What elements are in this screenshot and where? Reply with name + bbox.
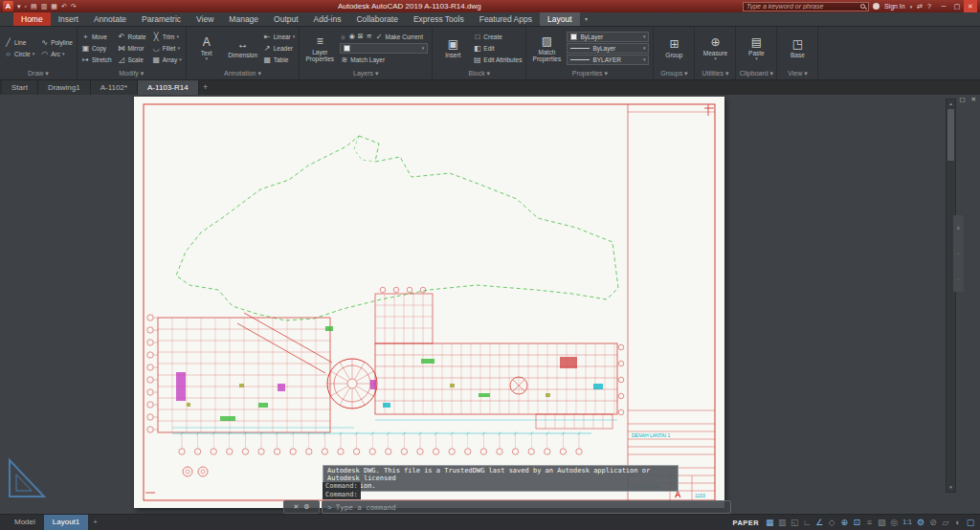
button-mirror[interactable]: ⋈Mirror [118,43,146,54]
button-layer-properties[interactable]: ≡Layer Properties [303,34,336,62]
ribbon-tab-featured-apps[interactable]: Featured Apps [472,12,540,26]
sign-in-button[interactable]: Sign In [884,3,905,10]
button-scale[interactable]: ◿Scale [118,55,146,65]
navbar-menu-icon[interactable]: ≡ [957,225,960,231]
file-tab-drawing1[interactable]: Drawing1 [38,80,91,95]
workspace-icon[interactable]: ⚙ [915,515,926,530]
ribbon-tab-annotate[interactable]: Annotate [86,12,134,26]
ribbon-tab-view[interactable]: View [189,12,221,26]
vertical-scrollbar[interactable]: ▴ ▾ [946,99,956,493]
polar-tracking-icon[interactable]: ∠ [813,515,825,530]
redo-icon[interactable]: ↷ [71,0,77,12]
command-input[interactable] [336,503,725,512]
lock-icon[interactable]: ⊠ [358,33,364,40]
make-current-button[interactable]: ✓Make Current [375,32,423,42]
layout-tab-model[interactable]: Model [6,515,44,530]
button-trim[interactable]: ╳Trim▾ [152,32,182,42]
ribbon-tab-manage[interactable]: Manage [221,12,266,26]
panel-label-layers[interactable]: Layers ▾ [300,69,432,79]
layer-dropdown[interactable]: ▾ [340,43,428,54]
quick-properties-icon[interactable]: ▱ [940,515,951,530]
osnap-tracking-icon[interactable]: ⊕ [838,515,850,530]
button-polyline[interactable]: ∿Polyline [40,37,73,48]
exchange-apps-icon[interactable]: ⇄ [917,3,923,11]
isolate-objects-icon[interactable]: ◐ [952,515,964,530]
help-icon[interactable]: ? [927,3,931,10]
ribbon-tab-home[interactable]: Home [13,12,51,26]
open-icon[interactable]: ▤ [31,0,37,12]
button-insert[interactable]: ▣Insert [436,37,469,58]
annotation-monitor-icon[interactable]: ⊘ [927,515,939,530]
ribbon-tab-collaborate[interactable]: Collaborate [348,12,405,26]
button-array[interactable]: ▦Array▾ [152,55,182,65]
lineweight-icon[interactable]: ≡ [863,515,875,530]
new-layout-button[interactable]: + [88,515,102,530]
scrollbar-thumb[interactable] [947,109,954,161]
doc-close-button[interactable]: ✕ [971,96,976,103]
file-tab-start[interactable]: Start [2,80,38,95]
button-stretch[interactable]: ↦Stretch [81,55,112,65]
scroll-down-icon[interactable]: ▾ [947,483,955,492]
selection-cycling-icon[interactable]: ◎ [888,515,900,530]
infer-constraints-icon[interactable]: ◱ [789,515,800,530]
bulb-icon[interactable]: ◉ [349,33,355,40]
menu-icon[interactable]: ▾ [17,0,21,12]
button-edit-attributes[interactable]: ▤Edit Attributes [473,55,522,65]
annotation-scale-label[interactable]: 1:1 [901,515,914,530]
button-match-properties[interactable]: ▨Match Properties [530,34,563,62]
match-icon[interactable]: ≋ [367,33,372,40]
ribbon-tab-insert[interactable]: Insert [51,12,86,26]
search-input[interactable] [746,3,858,10]
button-measure[interactable]: ⊕Measure▾ [699,35,731,61]
button-copy[interactable]: ▣Copy [81,43,112,54]
properties-dropdown-2[interactable]: BYLAYER▾ [567,55,649,65]
ribbon-tab-layout[interactable]: Layout [540,12,580,26]
button-move[interactable]: +Move [81,32,112,42]
panel-label-properties[interactable]: Properties ▾ [526,69,653,79]
button-edit[interactable]: ◧Edit [473,43,522,54]
match-layer-button[interactable]: ≋Match Layer [340,55,428,65]
panel-label-draw[interactable]: Draw ▾ [0,69,77,79]
button-table[interactable]: ▦Table [263,55,296,65]
panel-label-modify[interactable]: Modify ▾ [78,69,186,79]
button-group[interactable]: ⊞Group [657,37,690,58]
button-line[interactable]: ╱Line [4,37,34,48]
close-button[interactable]: ✕ [964,0,977,12]
ribbon-tab-parametric[interactable]: Parametric [134,12,189,26]
autocad-logo-icon[interactable]: A [3,1,13,11]
panel-label-view[interactable]: View ▾ [777,69,817,79]
customize-command-icon[interactable]: ⚙ [303,503,309,511]
ribbon-tab-output[interactable]: Output [266,12,306,26]
scroll-up-icon[interactable]: ▴ [947,99,955,108]
transparency-icon[interactable]: ▨ [876,515,887,530]
minimize-button[interactable]: ─ [937,0,950,12]
ribbon-tab-express-tools[interactable]: Express Tools [406,12,472,26]
snap-mode-icon[interactable]: ▥ [776,515,788,530]
button-create[interactable]: □Create [473,32,522,42]
properties-dropdown-1[interactable]: ByLayer▾ [567,43,649,54]
search-icon[interactable] [860,4,865,9]
panel-label-utilities[interactable]: Utilities ▾ [695,69,735,79]
grid-display-icon[interactable]: ▦ [764,515,775,530]
button-leader[interactable]: ↗Leader [263,43,296,54]
button-linear[interactable]: ⇤Linear▾ [263,32,296,42]
ortho-mode-icon[interactable]: ∟ [801,515,813,530]
button-arc[interactable]: ◠Arc▾ [40,49,73,59]
button-paste[interactable]: ▤Paste▾ [740,35,772,61]
button-rotate[interactable]: ↶Rotate [118,32,146,42]
isodraft-icon[interactable]: ◇ [826,515,837,530]
panel-label-groups[interactable]: Groups ▾ [654,69,694,79]
ribbon-display-toggle-icon[interactable]: ▾ [580,12,593,26]
plot-icon[interactable]: ▦ [51,0,57,12]
doc-restore-button[interactable]: ▢ [959,96,965,103]
restore-button[interactable]: ▢ [950,0,964,12]
undo-icon[interactable]: ↶ [61,0,67,12]
new-icon[interactable]: ▫ [25,0,27,12]
panel-label-annotation[interactable]: Annotation ▾ [187,69,300,79]
button-dimension[interactable]: ↔Dimension [227,37,259,58]
panel-label-clipboard[interactable]: Clipboard ▾ [736,69,776,79]
object-snap-icon[interactable]: ⊡ [851,515,862,530]
sun-icon[interactable]: ☼ [340,33,345,40]
new-drawing-tab-button[interactable]: + [199,80,212,95]
button-text[interactable]: AText▾ [190,35,223,61]
